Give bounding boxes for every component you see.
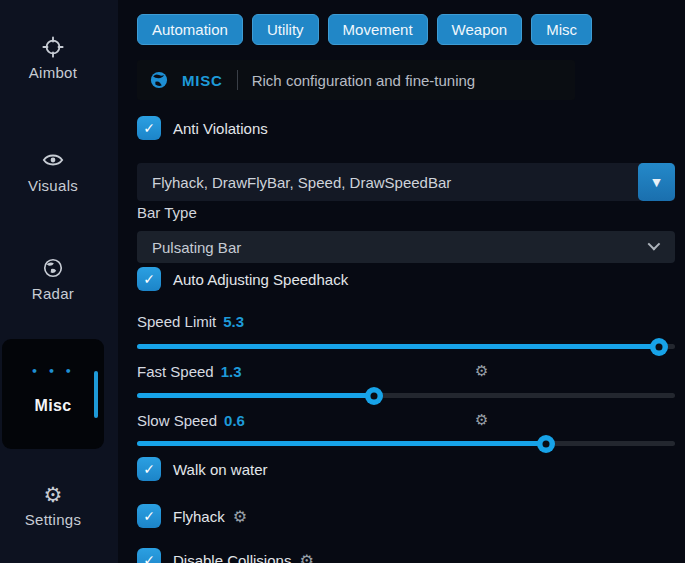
slider-thumb[interactable] xyxy=(537,435,555,453)
bar-type-label: Bar Type xyxy=(137,204,197,221)
section-subtitle: Rich configuration and fine-tuning xyxy=(252,72,475,89)
chevron-down-icon xyxy=(648,238,661,251)
auto-adjusting-speedhack-checkbox[interactable]: ✓ xyxy=(137,267,161,291)
globe-icon xyxy=(0,257,106,281)
slider-thumb[interactable] xyxy=(650,338,668,356)
sidebar-item-label: Radar xyxy=(0,285,106,302)
section-title: MISC xyxy=(182,72,223,89)
check-icon: ✓ xyxy=(143,120,155,136)
eye-icon xyxy=(0,149,106,173)
sidebar: Aimbot Visuals Radar • • • xyxy=(0,0,118,563)
walk-on-water-row: ✓ Walk on water xyxy=(137,457,267,481)
disable-collisions-row: ✓ Disable Collisions ⚙ xyxy=(137,548,314,563)
triangle-down-icon: ▼ xyxy=(652,176,660,189)
cheat-menu-window: Aimbot Visuals Radar • • • xyxy=(0,0,685,563)
flyhack-row: ✓ Flyhack ⚙ xyxy=(137,504,247,528)
slider-label: Speed Limit xyxy=(137,313,216,330)
tab-utility[interactable]: Utility xyxy=(252,14,319,45)
check-icon: ✓ xyxy=(143,508,155,524)
ellipsis-icon: • • • xyxy=(2,365,104,383)
gear-icon[interactable]: ⚙ xyxy=(475,410,488,430)
select-value: Pulsating Bar xyxy=(152,239,241,256)
section-header: MISC Rich configuration and fine-tuning xyxy=(137,60,575,100)
fast-speed-slider[interactable] xyxy=(137,393,675,398)
anti-violations-row: ✓ Anti Violations xyxy=(137,116,268,140)
gear-icon[interactable]: ⚙ xyxy=(233,507,247,526)
slider-thumb[interactable] xyxy=(365,387,383,405)
sidebar-item-misc[interactable]: • • • Misc xyxy=(2,339,104,449)
sidebar-item-visuals[interactable]: Visuals xyxy=(0,149,106,194)
sidebar-item-label: Settings xyxy=(0,511,106,528)
slider-value: 0.6 xyxy=(224,412,245,429)
active-tab-indicator xyxy=(94,371,98,418)
check-icon: ✓ xyxy=(143,271,155,287)
check-icon: ✓ xyxy=(143,461,155,477)
tab-misc[interactable]: Misc xyxy=(531,14,592,45)
checkbox-label: Walk on water xyxy=(173,461,267,478)
gear-icon[interactable]: ⚙ xyxy=(475,361,488,381)
sidebar-item-label: Misc xyxy=(2,397,104,415)
modules-multiselect[interactable]: Flyhack, DrawFlyBar, Speed, DrawSpeedBar… xyxy=(137,163,675,201)
tab-movement[interactable]: Movement xyxy=(328,14,428,45)
gear-icon: ⚙ xyxy=(0,483,106,507)
slider-value: 1.3 xyxy=(221,363,242,380)
sidebar-item-aimbot[interactable]: Aimbot xyxy=(0,36,106,81)
misc-panel: Automation Utility Movement Weapon Misc … xyxy=(137,0,675,563)
sidebar-item-label: Visuals xyxy=(0,177,106,194)
speed-limit-slider[interactable] xyxy=(137,344,675,349)
slow-speed-label-row: Slow Speed 0.6 ⚙ xyxy=(137,410,675,430)
gear-icon[interactable]: ⚙ xyxy=(299,551,313,563)
multiselect-value: Flyhack, DrawFlyBar, Speed, DrawSpeedBar xyxy=(152,174,451,191)
slider-label: Fast Speed xyxy=(137,363,214,380)
checkbox-label: Disable Collisions xyxy=(173,552,291,563)
checkbox-label: Anti Violations xyxy=(173,120,268,137)
tab-weapon[interactable]: Weapon xyxy=(437,14,523,45)
category-tabs: Automation Utility Movement Weapon Misc xyxy=(137,14,592,45)
slider-label: Slow Speed xyxy=(137,412,217,429)
divider xyxy=(237,70,238,90)
bar-type-select[interactable]: Pulsating Bar xyxy=(137,231,675,263)
crosshair-icon xyxy=(0,36,106,60)
slider-fill xyxy=(137,393,374,398)
slider-fill xyxy=(137,441,546,446)
speed-limit-label-row: Speed Limit 5.3 xyxy=(137,311,675,331)
sidebar-item-settings[interactable]: ⚙ Settings xyxy=(0,483,106,528)
anti-violations-checkbox[interactable]: ✓ xyxy=(137,116,161,140)
flyhack-checkbox[interactable]: ✓ xyxy=(137,504,161,528)
disable-collisions-checkbox[interactable]: ✓ xyxy=(137,548,161,563)
sidebar-item-label: Aimbot xyxy=(0,64,106,81)
walk-on-water-checkbox[interactable]: ✓ xyxy=(137,457,161,481)
globe-icon xyxy=(150,71,168,89)
multiselect-dropdown-button[interactable]: ▼ xyxy=(638,163,675,201)
slow-speed-slider[interactable] xyxy=(137,441,675,446)
sidebar-item-radar[interactable]: Radar xyxy=(0,257,106,302)
auto-adjusting-speedhack-row: ✓ Auto Adjusting Speedhack xyxy=(137,267,348,291)
checkbox-label: Flyhack xyxy=(173,508,225,525)
tab-automation[interactable]: Automation xyxy=(137,14,243,45)
fast-speed-label-row: Fast Speed 1.3 ⚙ xyxy=(137,361,675,381)
check-icon: ✓ xyxy=(143,552,155,563)
slider-value: 5.3 xyxy=(223,313,244,330)
slider-fill xyxy=(137,344,659,349)
checkbox-label: Auto Adjusting Speedhack xyxy=(173,271,348,288)
